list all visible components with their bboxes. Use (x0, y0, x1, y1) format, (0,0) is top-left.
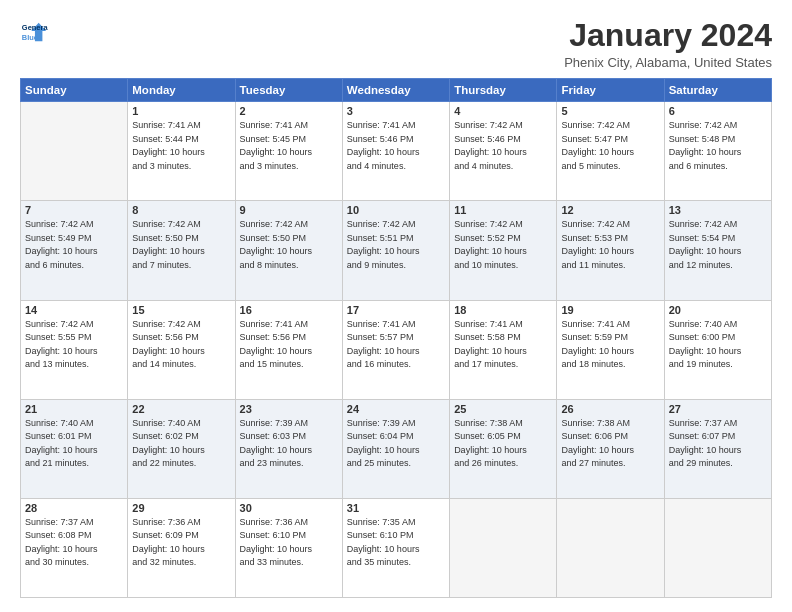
day-info: Sunrise: 7:42 AM Sunset: 5:55 PM Dayligh… (25, 318, 123, 372)
day-number: 4 (454, 105, 552, 117)
header: General Blue January 2024 Phenix City, A… (20, 18, 772, 70)
day-info: Sunrise: 7:41 AM Sunset: 5:59 PM Dayligh… (561, 318, 659, 372)
location: Phenix City, Alabama, United States (564, 55, 772, 70)
day-number: 28 (25, 502, 123, 514)
calendar-cell: 27Sunrise: 7:37 AM Sunset: 6:07 PM Dayli… (664, 399, 771, 498)
day-number: 31 (347, 502, 445, 514)
day-info: Sunrise: 7:42 AM Sunset: 5:47 PM Dayligh… (561, 119, 659, 173)
day-info: Sunrise: 7:42 AM Sunset: 5:51 PM Dayligh… (347, 218, 445, 272)
calendar-cell: 22Sunrise: 7:40 AM Sunset: 6:02 PM Dayli… (128, 399, 235, 498)
day-number: 2 (240, 105, 338, 117)
day-number: 7 (25, 204, 123, 216)
day-number: 6 (669, 105, 767, 117)
day-number: 20 (669, 304, 767, 316)
col-monday: Monday (128, 79, 235, 102)
day-number: 3 (347, 105, 445, 117)
calendar-cell (21, 102, 128, 201)
day-info: Sunrise: 7:42 AM Sunset: 5:50 PM Dayligh… (240, 218, 338, 272)
calendar-cell: 26Sunrise: 7:38 AM Sunset: 6:06 PM Dayli… (557, 399, 664, 498)
day-info: Sunrise: 7:41 AM Sunset: 5:57 PM Dayligh… (347, 318, 445, 372)
page: General Blue January 2024 Phenix City, A… (0, 0, 792, 612)
calendar-cell: 9Sunrise: 7:42 AM Sunset: 5:50 PM Daylig… (235, 201, 342, 300)
day-info: Sunrise: 7:42 AM Sunset: 5:50 PM Dayligh… (132, 218, 230, 272)
day-info: Sunrise: 7:41 AM Sunset: 5:44 PM Dayligh… (132, 119, 230, 173)
day-number: 23 (240, 403, 338, 415)
day-info: Sunrise: 7:37 AM Sunset: 6:07 PM Dayligh… (669, 417, 767, 471)
day-number: 13 (669, 204, 767, 216)
day-number: 30 (240, 502, 338, 514)
day-info: Sunrise: 7:40 AM Sunset: 6:00 PM Dayligh… (669, 318, 767, 372)
calendar-cell: 13Sunrise: 7:42 AM Sunset: 5:54 PM Dayli… (664, 201, 771, 300)
calendar-cell: 15Sunrise: 7:42 AM Sunset: 5:56 PM Dayli… (128, 300, 235, 399)
calendar-cell: 1Sunrise: 7:41 AM Sunset: 5:44 PM Daylig… (128, 102, 235, 201)
calendar-cell: 23Sunrise: 7:39 AM Sunset: 6:03 PM Dayli… (235, 399, 342, 498)
calendar-cell: 14Sunrise: 7:42 AM Sunset: 5:55 PM Dayli… (21, 300, 128, 399)
calendar-cell: 17Sunrise: 7:41 AM Sunset: 5:57 PM Dayli… (342, 300, 449, 399)
day-info: Sunrise: 7:37 AM Sunset: 6:08 PM Dayligh… (25, 516, 123, 570)
calendar-cell: 31Sunrise: 7:35 AM Sunset: 6:10 PM Dayli… (342, 498, 449, 597)
day-info: Sunrise: 7:41 AM Sunset: 5:46 PM Dayligh… (347, 119, 445, 173)
day-number: 18 (454, 304, 552, 316)
day-number: 9 (240, 204, 338, 216)
calendar-cell (557, 498, 664, 597)
calendar-cell: 3Sunrise: 7:41 AM Sunset: 5:46 PM Daylig… (342, 102, 449, 201)
day-info: Sunrise: 7:36 AM Sunset: 6:10 PM Dayligh… (240, 516, 338, 570)
calendar-cell: 30Sunrise: 7:36 AM Sunset: 6:10 PM Dayli… (235, 498, 342, 597)
day-number: 16 (240, 304, 338, 316)
calendar-cell: 5Sunrise: 7:42 AM Sunset: 5:47 PM Daylig… (557, 102, 664, 201)
day-info: Sunrise: 7:42 AM Sunset: 5:54 PM Dayligh… (669, 218, 767, 272)
calendar-cell: 25Sunrise: 7:38 AM Sunset: 6:05 PM Dayli… (450, 399, 557, 498)
calendar-cell: 24Sunrise: 7:39 AM Sunset: 6:04 PM Dayli… (342, 399, 449, 498)
logo-icon: General Blue (20, 18, 48, 46)
title-block: January 2024 Phenix City, Alabama, Unite… (564, 18, 772, 70)
day-info: Sunrise: 7:38 AM Sunset: 6:05 PM Dayligh… (454, 417, 552, 471)
week-row-0: 1Sunrise: 7:41 AM Sunset: 5:44 PM Daylig… (21, 102, 772, 201)
day-number: 24 (347, 403, 445, 415)
svg-text:Blue: Blue (22, 33, 38, 42)
week-row-4: 28Sunrise: 7:37 AM Sunset: 6:08 PM Dayli… (21, 498, 772, 597)
calendar-cell: 16Sunrise: 7:41 AM Sunset: 5:56 PM Dayli… (235, 300, 342, 399)
day-info: Sunrise: 7:39 AM Sunset: 6:04 PM Dayligh… (347, 417, 445, 471)
col-wednesday: Wednesday (342, 79, 449, 102)
day-info: Sunrise: 7:41 AM Sunset: 5:56 PM Dayligh… (240, 318, 338, 372)
day-number: 29 (132, 502, 230, 514)
col-saturday: Saturday (664, 79, 771, 102)
day-info: Sunrise: 7:42 AM Sunset: 5:49 PM Dayligh… (25, 218, 123, 272)
day-info: Sunrise: 7:42 AM Sunset: 5:46 PM Dayligh… (454, 119, 552, 173)
calendar-cell: 28Sunrise: 7:37 AM Sunset: 6:08 PM Dayli… (21, 498, 128, 597)
day-info: Sunrise: 7:42 AM Sunset: 5:53 PM Dayligh… (561, 218, 659, 272)
day-info: Sunrise: 7:42 AM Sunset: 5:56 PM Dayligh… (132, 318, 230, 372)
calendar-cell: 4Sunrise: 7:42 AM Sunset: 5:46 PM Daylig… (450, 102, 557, 201)
day-number: 8 (132, 204, 230, 216)
day-number: 17 (347, 304, 445, 316)
calendar-cell (664, 498, 771, 597)
day-info: Sunrise: 7:42 AM Sunset: 5:48 PM Dayligh… (669, 119, 767, 173)
calendar-cell: 10Sunrise: 7:42 AM Sunset: 5:51 PM Dayli… (342, 201, 449, 300)
calendar-cell: 6Sunrise: 7:42 AM Sunset: 5:48 PM Daylig… (664, 102, 771, 201)
calendar-cell: 18Sunrise: 7:41 AM Sunset: 5:58 PM Dayli… (450, 300, 557, 399)
day-number: 1 (132, 105, 230, 117)
day-number: 14 (25, 304, 123, 316)
svg-text:General: General (22, 23, 48, 32)
calendar-cell: 2Sunrise: 7:41 AM Sunset: 5:45 PM Daylig… (235, 102, 342, 201)
calendar-cell (450, 498, 557, 597)
day-number: 15 (132, 304, 230, 316)
day-info: Sunrise: 7:42 AM Sunset: 5:52 PM Dayligh… (454, 218, 552, 272)
day-info: Sunrise: 7:41 AM Sunset: 5:45 PM Dayligh… (240, 119, 338, 173)
day-number: 11 (454, 204, 552, 216)
calendar-cell: 7Sunrise: 7:42 AM Sunset: 5:49 PM Daylig… (21, 201, 128, 300)
day-info: Sunrise: 7:40 AM Sunset: 6:01 PM Dayligh… (25, 417, 123, 471)
day-number: 5 (561, 105, 659, 117)
week-row-3: 21Sunrise: 7:40 AM Sunset: 6:01 PM Dayli… (21, 399, 772, 498)
logo: General Blue (20, 18, 50, 46)
day-number: 22 (132, 403, 230, 415)
week-row-2: 14Sunrise: 7:42 AM Sunset: 5:55 PM Dayli… (21, 300, 772, 399)
calendar-cell: 29Sunrise: 7:36 AM Sunset: 6:09 PM Dayli… (128, 498, 235, 597)
calendar-cell: 19Sunrise: 7:41 AM Sunset: 5:59 PM Dayli… (557, 300, 664, 399)
col-thursday: Thursday (450, 79, 557, 102)
calendar-table: Sunday Monday Tuesday Wednesday Thursday… (20, 78, 772, 598)
day-info: Sunrise: 7:35 AM Sunset: 6:10 PM Dayligh… (347, 516, 445, 570)
day-number: 12 (561, 204, 659, 216)
col-tuesday: Tuesday (235, 79, 342, 102)
day-info: Sunrise: 7:38 AM Sunset: 6:06 PM Dayligh… (561, 417, 659, 471)
